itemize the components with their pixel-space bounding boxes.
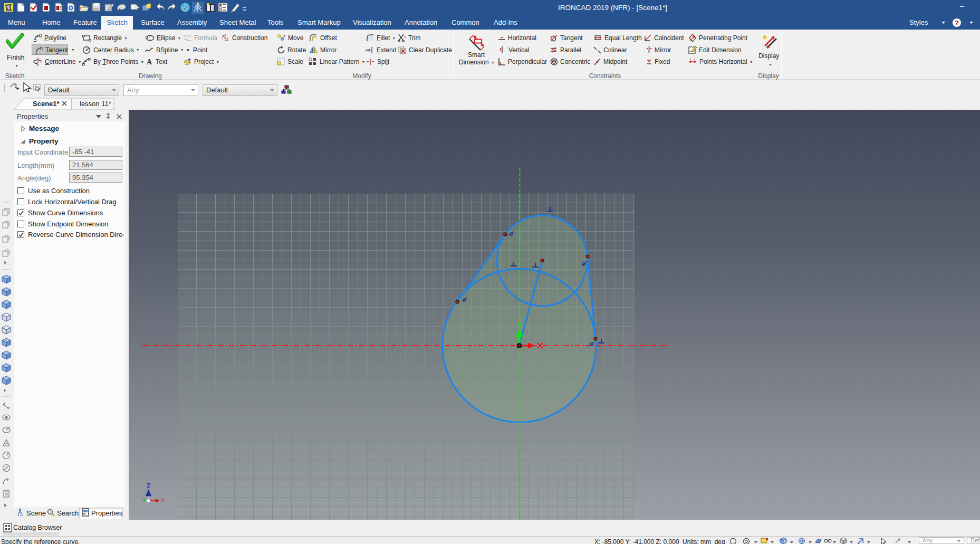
svg-text:XY=: XY=: [183, 34, 191, 39]
svg-text:Properties: Properties: [91, 509, 123, 517]
svg-text:Y: Y: [142, 498, 146, 503]
svg-text:Scene: Scene: [26, 509, 46, 517]
svg-text:?: ?: [955, 19, 959, 27]
svg-text:X: X: [161, 498, 165, 503]
svg-text:lesson 11*: lesson 11*: [80, 100, 111, 108]
svg-text:Search: Search: [57, 509, 79, 517]
svg-text:A: A: [147, 58, 152, 66]
svg-text:Scene1*: Scene1*: [33, 100, 60, 108]
svg-text:Z: Z: [147, 482, 150, 489]
